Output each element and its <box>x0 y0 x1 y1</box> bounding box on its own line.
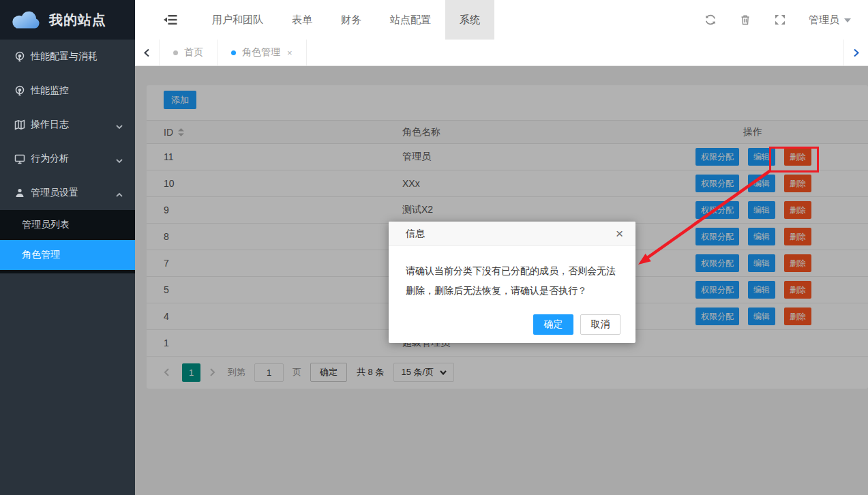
sidebar-item-admin-list[interactable]: 管理员列表 <box>0 210 135 240</box>
refresh-icon[interactable] <box>704 14 717 26</box>
nav-tab-system[interactable]: 系统 <box>445 0 494 40</box>
monitor-icon <box>14 153 25 165</box>
logo: 我的站点 <box>0 0 135 40</box>
podcast-icon <box>14 85 25 97</box>
top-right-tools: 管理员 <box>682 14 851 27</box>
user-menu[interactable]: 管理员 <box>809 14 851 27</box>
chevron-down-icon <box>116 121 123 128</box>
sidebar-item-performance-config[interactable]: 性能配置与消耗 <box>0 40 135 74</box>
app-root: 我的站点 性能配置与消耗 性能监控 操作日志 <box>0 0 868 495</box>
podcast-icon <box>14 51 25 63</box>
tab-scroll-left-icon[interactable] <box>135 40 160 65</box>
sidebar-subitem-label: 角色管理 <box>22 249 60 261</box>
dialog-cancel-button[interactable]: 取消 <box>580 314 620 335</box>
sidebar-item-label: 操作日志 <box>31 119 69 131</box>
sidebar-subitem-label: 管理员列表 <box>22 219 70 231</box>
confirm-dialog: 信息 × 请确认当前分类下没有已分配的成员，否则会无法 删除，删除后无法恢复，请… <box>389 222 635 343</box>
tab-close-icon[interactable]: × <box>287 48 293 58</box>
annotation-highlight-box <box>769 147 819 172</box>
sidebar: 我的站点 性能配置与消耗 性能监控 操作日志 <box>0 0 135 495</box>
sidebar-item-label: 性能监控 <box>31 85 69 97</box>
trash-icon[interactable] <box>739 14 751 26</box>
dialog-message: 请确认当前分类下没有已分配的成员，否则会无法 删除，删除后无法恢复，请确认是否执… <box>389 246 635 301</box>
page-tab-home[interactable]: 首页 <box>160 40 218 65</box>
page-tab-bar: 首页 角色管理 × <box>135 40 868 66</box>
collapse-sidebar-icon[interactable] <box>164 14 177 25</box>
chevron-down-icon <box>116 155 123 162</box>
main-area: 用户和团队 表单 财务 站点配置 系统 <box>135 0 868 495</box>
sidebar-item-role-management[interactable]: 角色管理 <box>0 240 135 270</box>
sidebar-item-behavior-analysis[interactable]: 行为分析 <box>0 142 135 176</box>
sidebar-submenu: 管理员列表 角色管理 <box>0 210 135 273</box>
page-tab-role-management[interactable]: 角色管理 × <box>218 40 307 65</box>
sidebar-item-performance-monitor[interactable]: 性能监控 <box>0 74 135 108</box>
user-label: 管理员 <box>809 14 839 27</box>
dialog-header: 信息 × <box>389 222 635 246</box>
content-area: 添加 ID 角色名称 操作 11 管理员 权限分配 编辑 删除 <box>135 66 868 495</box>
tab-dot-icon <box>173 50 178 55</box>
dialog-title: 信息 <box>406 228 425 240</box>
top-nav-tabs: 用户和团队 表单 财务 站点配置 系统 <box>198 0 494 40</box>
dialog-footer: 确定 取消 <box>533 314 620 335</box>
sidebar-item-label: 管理员设置 <box>31 187 78 199</box>
nav-tab-forms[interactable]: 表单 <box>278 0 327 40</box>
book-icon <box>14 119 25 131</box>
site-title: 我的站点 <box>49 11 106 29</box>
sidebar-item-admin-settings[interactable]: 管理员设置 <box>0 176 135 210</box>
nav-tab-users-teams[interactable]: 用户和团队 <box>198 0 278 40</box>
sidebar-menu: 性能配置与消耗 性能监控 操作日志 行为分析 <box>0 40 135 273</box>
tab-scroll-right-icon[interactable] <box>843 40 868 65</box>
dialog-message-line: 请确认当前分类下没有已分配的成员，否则会无法 <box>406 261 618 281</box>
dialog-ok-button[interactable]: 确定 <box>533 314 573 335</box>
caret-down-icon <box>844 18 851 22</box>
nav-tab-finance[interactable]: 财务 <box>327 0 376 40</box>
sidebar-item-label: 行为分析 <box>31 153 69 165</box>
sidebar-item-operation-log[interactable]: 操作日志 <box>0 108 135 142</box>
dialog-close-icon[interactable]: × <box>616 227 623 240</box>
nav-tab-site-config[interactable]: 站点配置 <box>376 0 445 40</box>
top-nav: 用户和团队 表单 财务 站点配置 系统 <box>135 0 868 40</box>
cloud-icon <box>10 7 44 32</box>
tab-dot-icon <box>231 50 236 55</box>
user-icon <box>14 188 25 199</box>
fullscreen-icon[interactable] <box>774 14 786 26</box>
chevron-up-icon <box>116 190 123 196</box>
dialog-message-line: 删除，删除后无法恢复，请确认是否执行？ <box>406 281 618 301</box>
sidebar-item-label: 性能配置与消耗 <box>31 50 98 63</box>
